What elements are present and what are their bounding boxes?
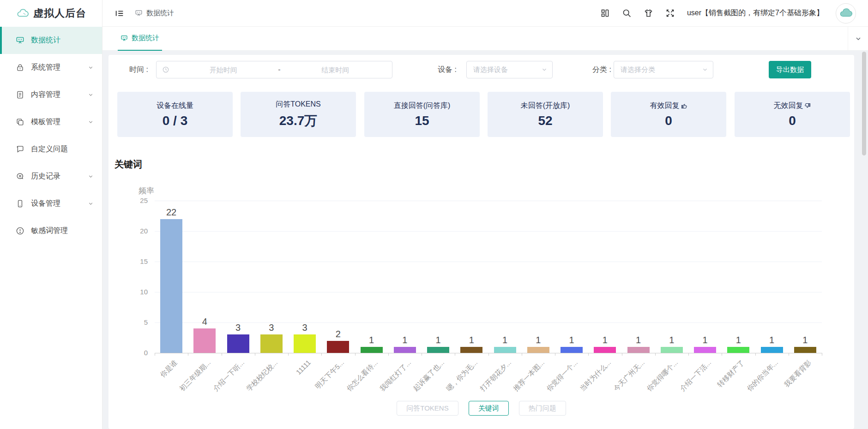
x-axis-tick — [355, 353, 356, 356]
avatar[interactable] — [836, 3, 856, 24]
bar-value-label: 1 — [755, 335, 789, 346]
bar — [794, 347, 816, 353]
time-filter-label: 时间 : — [129, 65, 148, 75]
y-axis-title: 频率 — [139, 185, 154, 196]
stat-card-value: 0 — [789, 113, 796, 128]
export-data-button[interactable]: 导出数据 — [769, 61, 811, 78]
bar — [193, 328, 216, 353]
sidebar-item-label: 自定义问题 — [31, 144, 68, 154]
date-range-picker[interactable]: - — [156, 61, 392, 78]
device-select[interactable]: 请选择设备 — [466, 61, 553, 78]
bar-value-label: 1 — [355, 335, 388, 346]
bar — [761, 347, 783, 353]
stat-card-label: 问答TOKENS — [276, 100, 321, 109]
content-panel: 时间 : - 设备 : 请选择设备 分类 : 请选择分类 导出数据 设备在线 — [108, 55, 854, 429]
bar-value-label: 3 — [222, 322, 255, 333]
bar-value-label: 1 — [588, 335, 621, 346]
chevron-down-icon — [541, 66, 548, 73]
sidebar-item-history[interactable]: 历史记录 — [0, 163, 102, 190]
x-axis-tick — [555, 353, 555, 356]
sidebar-item-system[interactable]: 系统管理 — [0, 54, 102, 81]
bar-value-label: 1 — [388, 335, 422, 346]
bar-value-label: 3 — [255, 322, 288, 333]
x-axis-tick — [222, 353, 222, 356]
tshirt-icon[interactable] — [644, 8, 653, 18]
chevron-down-icon — [88, 173, 94, 179]
bar — [561, 347, 583, 353]
x-axis-tick — [155, 353, 155, 356]
sidebar-item-devices[interactable]: 设备管理 — [0, 190, 102, 217]
bar-value-label: 1 — [488, 335, 522, 346]
fullscreen-icon[interactable] — [665, 8, 675, 18]
tab-data-stats[interactable]: 数据统计 — [118, 27, 162, 51]
end-time-input[interactable] — [284, 66, 386, 74]
sidebar-item-sensitive-words[interactable]: 敏感词管理 — [0, 217, 102, 244]
bar-value-label: 2 — [321, 329, 355, 340]
y-tick-label: 10 — [119, 288, 148, 296]
app-title: 虚拟人后台 — [33, 6, 86, 20]
collapse-menu-icon[interactable] — [115, 8, 125, 18]
tab-menu-chevron-icon[interactable] — [848, 27, 868, 51]
bar — [661, 347, 683, 353]
bar — [294, 334, 316, 353]
sidebar-item-label: 系统管理 — [31, 63, 60, 72]
chevron-down-icon — [702, 66, 708, 73]
bar-value-label: 1 — [622, 335, 655, 346]
grid-icon[interactable] — [600, 8, 610, 18]
chat-icon — [16, 145, 24, 154]
x-axis-tick — [321, 353, 322, 356]
bar — [361, 347, 383, 353]
scrollbar-thumb[interactable] — [862, 52, 866, 155]
bar-value-label: 1 — [722, 335, 755, 346]
bar — [460, 347, 482, 353]
stat-card-qa-tokens: 问答TOKENS 23.7万 — [241, 92, 356, 137]
gridline — [155, 201, 822, 201]
bar — [227, 334, 249, 353]
y-tick-label: 5 — [119, 318, 148, 326]
chart-switch-qa-tokens[interactable]: 问答TOKENS — [397, 401, 458, 416]
board-icon — [135, 9, 143, 17]
date-range-separator: - — [274, 66, 284, 74]
sidebar-item-label: 历史记录 — [31, 172, 60, 181]
bar-value-label: 1 — [455, 335, 488, 346]
device-select-placeholder: 请选择设备 — [473, 66, 541, 74]
bar-value-label: 22 — [155, 207, 188, 218]
stat-card-value: 0 — [665, 113, 672, 128]
sidebar-item-content[interactable]: 内容管理 — [0, 81, 102, 108]
x-axis-tick — [622, 353, 622, 356]
sidebar-item-data-stats[interactable]: 数据统计 — [0, 27, 102, 54]
stat-card-label: 直接回答(问答库) — [394, 101, 451, 111]
top-header: 数据统计 user【销售截图的，有绑定7个基础形象】 — [102, 0, 868, 27]
main-content: 时间 : - 设备 : 请选择设备 分类 : 请选择分类 导出数据 设备在线 — [102, 51, 868, 429]
stat-card-valid-replies: 有效回复 0 — [611, 92, 726, 137]
search-icon[interactable] — [622, 8, 632, 18]
cloud-icon — [17, 7, 29, 19]
gridline — [155, 231, 822, 232]
chart-switch-hot-questions[interactable]: 热门问题 — [519, 401, 566, 416]
category-select[interactable]: 请选择分类 — [614, 61, 713, 78]
bar-value-label: 1 — [789, 335, 822, 346]
chart-switch-keywords[interactable]: 关键词 — [469, 401, 509, 416]
warning-circle-icon — [16, 226, 24, 235]
x-axis-tick — [288, 353, 289, 356]
start-time-input[interactable] — [172, 66, 274, 74]
bar-value-label: 1 — [655, 335, 688, 346]
sidebar-item-label: 设备管理 — [31, 199, 60, 209]
keywords-bar-chart: 频率051015202522你是谁4初三年级期...3介绍一下听...3学校校纪… — [115, 185, 845, 406]
bar — [160, 219, 182, 353]
lock-icon — [16, 63, 24, 72]
x-axis-tick — [822, 353, 822, 356]
sidebar-item-custom-questions[interactable]: 自定义问题 — [0, 136, 102, 163]
thumbs-down-icon — [804, 102, 811, 109]
bar — [594, 347, 616, 353]
sidebar-item-label: 模板管理 — [31, 117, 60, 127]
stat-card-devices-online: 设备在线量 0 / 3 — [117, 92, 233, 137]
category-select-placeholder: 请选择分类 — [621, 66, 702, 74]
bar — [627, 347, 650, 353]
gridline — [155, 262, 822, 262]
x-axis-tick — [688, 353, 689, 356]
sidebar-item-template[interactable]: 模板管理 — [0, 108, 102, 136]
bar-value-label: 1 — [422, 335, 455, 346]
user-label: user【销售截图的，有绑定7个基础形象】 — [687, 8, 824, 18]
bar — [427, 347, 449, 353]
